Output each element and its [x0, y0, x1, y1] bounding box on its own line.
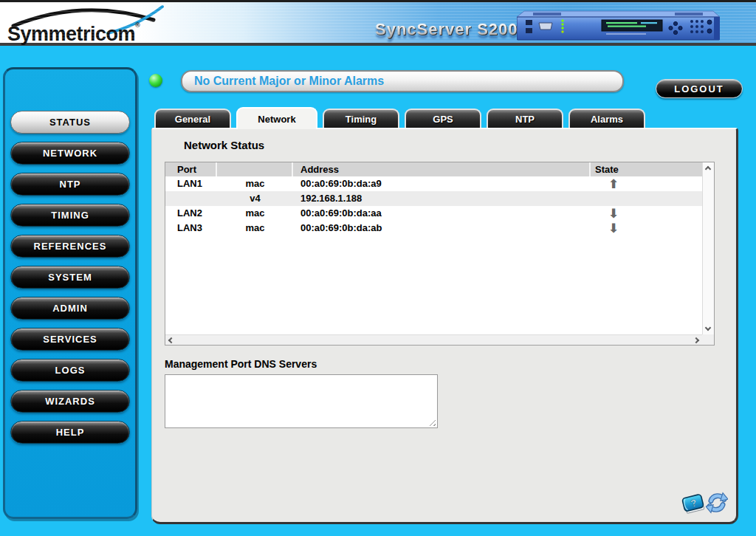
status-tab-bar: General Network Timing GPS NTP Alarms	[154, 107, 645, 129]
table-row-lan1-mac: LAN1 mac 00:a0:69:0b:da:a9 ⬆	[165, 176, 702, 191]
dns-servers-label: Management Port DNS Servers	[165, 358, 317, 370]
tab-network[interactable]: Network	[236, 107, 317, 129]
scroll-left-arrow-icon[interactable]	[168, 337, 174, 343]
scroll-down-arrow-icon[interactable]	[705, 325, 711, 331]
state-up-arrow-icon: ⬆	[595, 176, 619, 191]
scroll-right-arrow-icon[interactable]	[693, 337, 699, 343]
tab-gps[interactable]: GPS	[405, 109, 481, 128]
sidebar-item-admin[interactable]: ADMIN	[10, 297, 130, 320]
content-panel: Network Status Port Address State LAN1 m…	[151, 128, 738, 524]
scrollbar-corner	[702, 334, 714, 345]
col-header-address: Address	[293, 162, 591, 176]
alarm-banner: No Current Major or Minor Alarms	[181, 70, 624, 92]
col-header-type	[217, 162, 293, 176]
help-book-icon[interactable]: ?	[681, 492, 706, 516]
tab-alarms[interactable]: Alarms	[568, 109, 645, 128]
sidebar-item-wizards[interactable]: WIZARDS	[10, 390, 130, 413]
syncserver-device-image	[517, 10, 720, 43]
sidebar-item-logs[interactable]: LOGS	[10, 359, 130, 382]
product-title: SyncServer S200	[375, 20, 518, 39]
table-row-lan2-mac: LAN2 mac 00:a0:69:0b:da:aa ⬇	[165, 206, 702, 221]
sidebar-item-ntp[interactable]: NTP	[10, 173, 130, 196]
state-down-arrow-icon: ⬇	[595, 221, 619, 236]
page-title: Network Status	[184, 139, 264, 151]
col-header-state: State	[591, 162, 702, 176]
sidebar-item-services[interactable]: SERVICES	[10, 328, 130, 351]
brand-name: Symmetricom®	[7, 21, 140, 46]
sidebar-item-status[interactable]: STATUS	[10, 111, 130, 134]
table-horizontal-scrollbar[interactable]	[165, 334, 702, 345]
page: { "header": { "brand": "Symmetricom", "r…	[0, 0, 756, 536]
network-status-table: Port Address State LAN1 mac 00:a0:69:0b:…	[165, 162, 715, 346]
table-vertical-scrollbar[interactable]	[702, 162, 714, 334]
alarm-text: No Current Major or Minor Alarms	[194, 75, 384, 88]
refresh-icon[interactable]	[706, 491, 728, 515]
symmetricom-logo: Symmetricom®	[6, 4, 176, 45]
sidebar-item-system[interactable]: SYSTEM	[10, 266, 130, 289]
sidebar-item-references[interactable]: REFERENCES	[10, 235, 130, 258]
sidebar-item-help[interactable]: HELP	[10, 421, 130, 444]
alarm-status-led-icon	[149, 74, 162, 87]
tab-ntp[interactable]: NTP	[487, 109, 563, 128]
table-header-row: Port Address State	[165, 162, 702, 176]
scroll-up-arrow-icon[interactable]	[705, 166, 711, 172]
table-row-lan3-mac: LAN3 mac 00:a0:69:0b:da:ab ⬇	[165, 221, 702, 236]
sidebar-item-network[interactable]: NETWORK	[10, 142, 130, 165]
tab-timing[interactable]: Timing	[323, 109, 399, 128]
sidebar-nav: STATUS NETWORK NTP TIMING REFERENCES SYS…	[3, 67, 137, 519]
tab-general[interactable]: General	[154, 109, 231, 128]
logout-button[interactable]: LOGOUT	[656, 79, 743, 98]
top-banner: Symmetricom® SyncServer S200	[0, 0, 756, 46]
sidebar-item-timing[interactable]: TIMING	[10, 204, 130, 227]
dns-servers-textarea[interactable]	[165, 374, 438, 428]
registered-mark: ®	[135, 21, 140, 29]
state-down-arrow-icon: ⬇	[595, 206, 619, 221]
col-header-port: Port	[165, 162, 217, 176]
table-row-lan1-v4: v4 192.168.1.188	[165, 191, 702, 206]
